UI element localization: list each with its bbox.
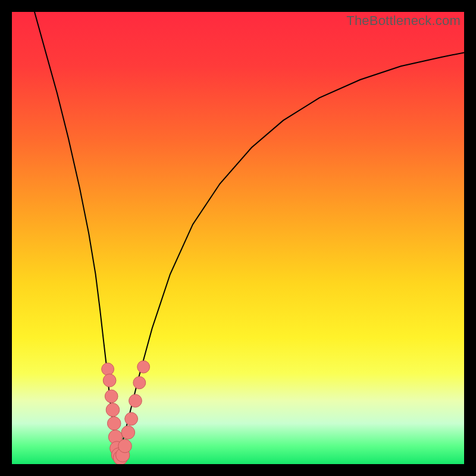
- marker-point: [103, 374, 116, 387]
- marker-group: [102, 361, 150, 464]
- frame: TheBottleneck.com: [0, 0, 476, 476]
- plot-area: TheBottleneck.com: [12, 12, 464, 464]
- marker-point: [107, 416, 121, 430]
- curve-right-branch: [118, 52, 464, 459]
- marker-point: [102, 363, 114, 375]
- marker-point: [118, 439, 132, 453]
- marker-point: [137, 361, 150, 373]
- chart-svg: [12, 12, 464, 464]
- marker-point: [106, 403, 120, 417]
- marker-point: [105, 390, 118, 403]
- marker-point: [121, 426, 135, 440]
- curve-left-branch: [35, 12, 118, 459]
- marker-point: [133, 377, 146, 389]
- marker-point: [129, 394, 142, 408]
- watermark-text: TheBottleneck.com: [346, 13, 461, 29]
- marker-point: [125, 412, 138, 425]
